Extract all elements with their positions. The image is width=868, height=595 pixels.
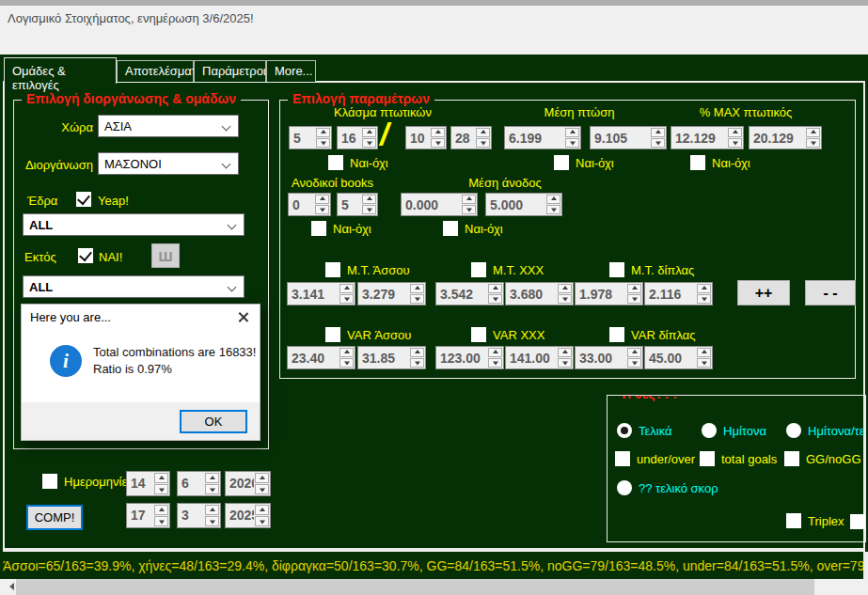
spinner-down-icon[interactable] (697, 358, 711, 368)
spinner-down-icon[interactable] (339, 294, 354, 304)
chevron-down-icon[interactable] (222, 122, 231, 132)
var1-spinner-1[interactable]: 23.40 (287, 346, 355, 369)
spinner-up-icon[interactable] (627, 284, 641, 293)
away-checkbox-label[interactable]: ΝΑΙ! (99, 250, 122, 264)
fraction-yesno-checkbox[interactable] (328, 155, 343, 170)
spinner-up-icon[interactable] (651, 128, 665, 137)
spinner-down-icon[interactable] (488, 358, 502, 368)
spinner-down-icon[interactable] (154, 516, 168, 526)
spinner-up-icon[interactable] (154, 473, 168, 483)
comp-button[interactable]: COMP! (26, 505, 83, 530)
chevron-down-icon[interactable] (228, 221, 237, 230)
mt2-spinner-1[interactable]: 3.542 (435, 282, 504, 305)
halves-radio[interactable] (702, 423, 717, 438)
spinner-up-icon[interactable] (462, 195, 476, 204)
spinner-down-icon[interactable] (627, 294, 641, 304)
mt3-spinner-2[interactable]: 2.116 (644, 282, 713, 305)
var1-spinner-2[interactable]: 31.85 (357, 346, 426, 369)
avg-rise-spinner-2[interactable]: 5.000 (485, 193, 562, 216)
spinner-up-icon[interactable] (255, 505, 269, 515)
away-team-select[interactable]: ALL (23, 275, 245, 298)
triplex-extra-checkbox[interactable] (850, 514, 865, 529)
country-select[interactable]: ΑΣΙΑ (98, 115, 239, 137)
mt2-checkbox[interactable] (471, 262, 486, 277)
spinner-down-icon[interactable] (410, 294, 424, 304)
finals-radio[interactable] (617, 423, 632, 438)
var3-checkbox[interactable] (609, 327, 624, 342)
spinner-down-icon[interactable] (154, 484, 168, 494)
spinner-up-icon[interactable] (154, 505, 168, 515)
mt1-checkbox[interactable] (325, 262, 340, 277)
fraction-spinner-4[interactable]: 28 (450, 126, 492, 149)
spinner-down-icon[interactable] (476, 138, 490, 148)
avg-drop-spinner-2[interactable]: 9.105 (590, 126, 667, 149)
spinner-down-icon[interactable] (462, 205, 476, 214)
dates-checkbox[interactable] (42, 474, 57, 489)
date-from-day-spinner[interactable]: 14 (126, 471, 170, 496)
max-drop-yesno-checkbox[interactable] (690, 155, 705, 170)
spinner-down-icon[interactable] (627, 358, 641, 368)
var3-spinner-2[interactable]: 45.00 (644, 346, 713, 369)
spinner-down-icon[interactable] (431, 138, 445, 148)
spinner-down-icon[interactable] (558, 294, 572, 304)
var2-spinner-1[interactable]: 123.00 (435, 346, 504, 369)
ok-button[interactable]: OK (180, 410, 247, 433)
away-checkbox[interactable] (78, 248, 93, 263)
var2-checkbox[interactable] (471, 327, 486, 342)
spinner-up-icon[interactable] (339, 284, 354, 293)
total-goals-checkbox[interactable] (700, 451, 715, 466)
fraction-spinner-3[interactable]: 10 (405, 126, 447, 149)
spinner-up-icon[interactable] (316, 128, 330, 137)
gg-nogg-checkbox[interactable] (784, 451, 799, 466)
spinner-up-icon[interactable] (558, 348, 572, 357)
var3-spinner-1[interactable]: 33.00 (575, 346, 643, 369)
spinner-down-icon[interactable] (565, 138, 579, 148)
spinner-down-icon[interactable] (339, 358, 354, 368)
var2-spinner-2[interactable]: 141.00 (505, 346, 574, 369)
dialog-close-button[interactable] (226, 305, 260, 330)
spinner-down-icon[interactable] (728, 138, 742, 148)
spinner-up-icon[interactable] (431, 128, 445, 137)
spinner-down-icon[interactable] (410, 358, 424, 368)
var1-checkbox[interactable] (325, 327, 340, 342)
minus-minus-button[interactable]: - - (805, 280, 856, 305)
spinner-up-icon[interactable] (697, 284, 711, 293)
spinner-up-icon[interactable] (410, 284, 424, 293)
spinner-up-icon[interactable] (806, 128, 820, 137)
spinner-down-icon[interactable] (205, 516, 219, 526)
subtab-more[interactable]: More... (266, 60, 316, 82)
spinner-up-icon[interactable] (339, 348, 354, 357)
spinner-down-icon[interactable] (316, 138, 330, 148)
spinner-down-icon[interactable] (697, 294, 711, 304)
spinner-down-icon[interactable] (255, 484, 269, 494)
max-drop-spinner-2[interactable]: 20.129 (749, 126, 822, 149)
date-from-month-spinner[interactable]: 6 (177, 471, 221, 496)
avg-rise-yesno-checkbox[interactable] (443, 221, 458, 236)
spinner-up-icon[interactable] (565, 128, 579, 137)
spinner-up-icon[interactable] (255, 473, 269, 483)
spinner-up-icon[interactable] (627, 348, 641, 357)
spinner-up-icon[interactable] (362, 128, 376, 137)
spinner-down-icon[interactable] (651, 138, 665, 148)
spinner-up-icon[interactable] (362, 195, 376, 204)
spinner-up-icon[interactable] (205, 473, 219, 483)
mt3-checkbox[interactable] (609, 262, 624, 277)
spinner-up-icon[interactable] (728, 128, 742, 137)
halves-finals-radio[interactable] (786, 423, 801, 438)
avg-drop-spinner-1[interactable]: 6.199 (504, 126, 581, 149)
date-to-day-spinner[interactable]: 17 (126, 503, 170, 528)
spinner-down-icon[interactable] (806, 138, 820, 148)
up-books-spinner-2[interactable]: 5 (337, 193, 378, 216)
spinner-up-icon[interactable] (315, 195, 329, 204)
home-team-select[interactable]: ALL (23, 213, 245, 236)
mt1-spinner-1[interactable]: 3.141 (287, 282, 355, 305)
mt3-spinner-1[interactable]: 1.978 (575, 282, 643, 305)
spinner-down-icon[interactable] (488, 294, 502, 304)
subtab-parameters[interactable]: Παράμετροι (194, 60, 266, 82)
up-books-yesno-checkbox[interactable] (311, 221, 326, 236)
spinner-down-icon[interactable] (362, 205, 376, 214)
chevron-down-icon[interactable] (222, 160, 231, 169)
avg-drop-yesno-checkbox[interactable] (554, 155, 569, 170)
competition-select[interactable]: ΜΑΣΟΝΟΙ (98, 152, 239, 175)
spinner-up-icon[interactable] (488, 348, 502, 357)
